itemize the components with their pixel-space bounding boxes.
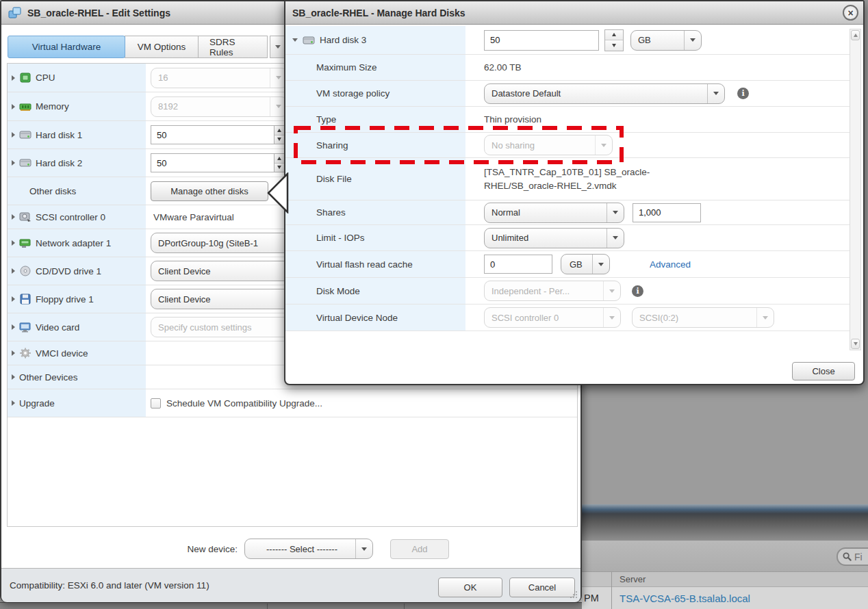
close-button[interactable]: Close [792, 362, 855, 380]
info-icon[interactable]: i [737, 88, 749, 99]
hard-disk-3-row[interactable]: Hard disk 3 50 GB [285, 26, 851, 55]
device-label: Hard disk 2 [36, 158, 82, 168]
expander-icon[interactable] [12, 214, 15, 220]
sharing-select: No sharing [484, 135, 613, 155]
video-card-icon [19, 322, 31, 333]
disk1-size-stepper[interactable] [274, 126, 284, 144]
scroll-down-icon[interactable] [851, 339, 860, 349]
search-icon [843, 552, 852, 561]
advanced-link[interactable]: Advanced [650, 259, 691, 270]
chevron-down-icon [595, 135, 612, 155]
device-label: Memory [36, 101, 69, 112]
tab-overflow-button[interactable] [270, 36, 285, 58]
chevron-down-icon [275, 45, 281, 49]
device-label: Video card [36, 322, 79, 333]
shares-value-input[interactable]: 1,000 [633, 203, 701, 222]
hard-disk-icon [19, 157, 31, 168]
chevron-down-icon [607, 229, 624, 248]
compatibility-text: Compatibility: ESXi 6.0 and later (VM ve… [1, 580, 209, 591]
expander-icon[interactable] [12, 268, 15, 274]
disk2-size-stepper[interactable] [274, 154, 284, 172]
setting-row-disk-file: Disk File [TSA_TNTR_Cap_10TB_01] SB_orac… [285, 158, 851, 200]
device-label: SCSI controller 0 [36, 212, 105, 222]
tab-sdrs-rules[interactable]: SDRS Rules [198, 36, 268, 58]
expander-icon[interactable] [12, 324, 15, 330]
tab-virtual-hardware[interactable]: Virtual Hardware [8, 36, 125, 58]
new-device-row: New device: ------- Select ------- Add [1, 538, 580, 560]
stepper-up-icon[interactable] [275, 154, 284, 163]
edit-dialog-title: SB_oracle-RHEL - Edit Settings [27, 8, 170, 18]
ok-button[interactable]: OK [438, 578, 502, 597]
disk-label: Hard disk 3 [320, 35, 366, 45]
chevron-down-icon [603, 281, 620, 300]
expander-icon[interactable] [12, 296, 15, 302]
device-row-upgrade[interactable]: Upgrade Schedule VM Compatibility Upgrad… [8, 389, 577, 417]
resize-grip[interactable] [570, 591, 578, 599]
task-server-link[interactable]: TSA-VCSA-65-B.tsalab.local [620, 593, 750, 604]
setting-row-type: Type Thin provision [285, 107, 851, 133]
disk3-size-input[interactable]: 50 [484, 30, 599, 51]
disk1-size-input[interactable]: 50 [151, 125, 285, 144]
setting-row-sharing: Sharing No sharing [285, 133, 851, 158]
chevron-down-icon [592, 255, 609, 274]
filter-search-box[interactable]: Fi [837, 547, 868, 566]
chevron-down-icon [707, 84, 724, 103]
device-label: CPU [36, 73, 55, 83]
expander-icon[interactable] [12, 160, 15, 166]
setting-row-shares: Shares Normal 1,000 [285, 200, 851, 225]
flash-cache-unit-select[interactable]: GB [561, 254, 610, 274]
disk2-size-input[interactable]: 50 [151, 153, 285, 172]
device-label: Other Devices [19, 372, 78, 383]
close-icon[interactable]: × [843, 5, 858, 21]
setting-label: Disk Mode [285, 278, 465, 304]
disk3-size-stepper[interactable] [604, 29, 624, 51]
chevron-down-icon [355, 539, 372, 558]
manage-hard-disks-dialog: SB_oracle-RHEL - Manage Hard Disks × Har… [284, 0, 865, 385]
setting-row-storage-policy: VM storage policy Datastore Default i [285, 81, 851, 107]
expander-icon[interactable] [12, 400, 15, 406]
expander-icon[interactable] [292, 38, 298, 42]
stepper-up-icon[interactable] [605, 30, 623, 40]
cancel-button[interactable]: Cancel [509, 578, 575, 597]
schedule-upgrade-checkbox[interactable] [151, 398, 161, 409]
scrollbar[interactable] [850, 29, 861, 350]
disk-file-path: [TSA_TNTR_Cap_10TB_01] SB_oracle-RHEL/SB… [484, 166, 656, 192]
tab-vm-options[interactable]: VM Options [125, 36, 199, 58]
expander-icon[interactable] [12, 132, 15, 138]
storage-policy-select[interactable]: Datastore Default [484, 83, 725, 104]
new-device-label: New device: [66, 544, 238, 554]
disk3-unit-select[interactable]: GB [630, 30, 702, 51]
info-icon[interactable]: i [632, 285, 643, 297]
manage-dialog-titlebar[interactable]: SB_oracle-RHEL - Manage Hard Disks [285, 1, 863, 25]
add-device-button[interactable]: Add [390, 539, 449, 559]
vmci-device-icon [19, 348, 31, 359]
expander-icon[interactable] [12, 104, 15, 109]
device-label: Upgrade [19, 398, 55, 409]
network-adapter-icon [19, 237, 31, 248]
task-table-row[interactable]: PM TSA-VCSA-65-B.tsalab.local [578, 587, 868, 609]
hard-disk-icon [303, 35, 315, 46]
shares-select[interactable]: Normal [484, 203, 624, 223]
expander-icon[interactable] [12, 374, 15, 380]
new-device-select[interactable]: ------- Select ------- [244, 539, 373, 559]
limit-iops-select[interactable]: Unlimited [484, 228, 624, 248]
background-status-band [578, 504, 868, 541]
expander-icon[interactable] [12, 350, 15, 356]
stepper-up-icon[interactable] [275, 126, 284, 135]
flash-cache-input[interactable]: 0 [484, 255, 552, 274]
setting-label: Virtual Device Node [285, 304, 465, 331]
expander-icon[interactable] [12, 75, 15, 81]
task-time-cell: PM [584, 593, 599, 604]
manage-other-disks-button[interactable]: Manage other disks [151, 181, 268, 201]
expander-icon[interactable] [12, 240, 15, 246]
setting-label: Virtual flash read cache [285, 251, 465, 277]
setting-row-virtual-device-node: Virtual Device Node SCSI controller 0 SC… [285, 304, 851, 331]
setting-label: Sharing [285, 133, 465, 157]
scroll-up-icon[interactable] [851, 30, 860, 40]
stepper-down-icon[interactable] [275, 163, 284, 172]
recent-tasks-toolbar [578, 541, 868, 571]
edit-settings-tabs: Virtual Hardware VM Options SDRS Rules [8, 36, 268, 58]
table-column-divider [611, 571, 612, 609]
stepper-down-icon[interactable] [605, 40, 623, 51]
stepper-down-icon[interactable] [275, 135, 284, 144]
